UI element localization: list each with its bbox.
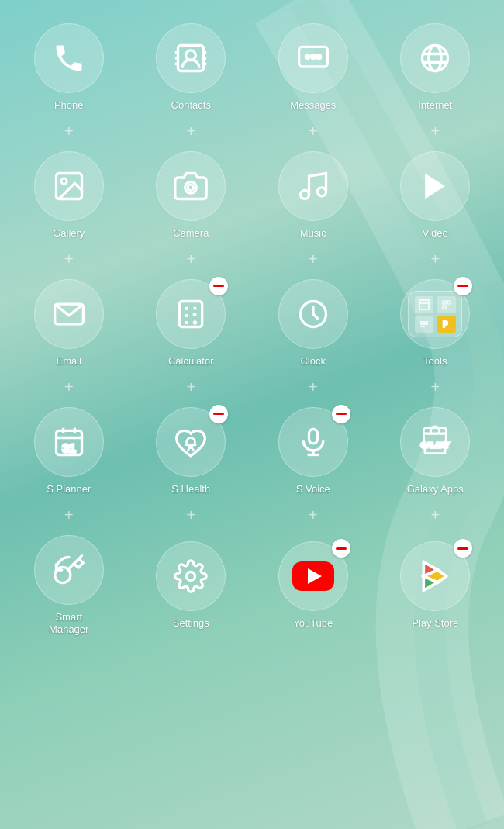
plus-14: +	[140, 506, 241, 524]
email-icon-circle	[34, 279, 104, 349]
calculator-label: Calculator	[168, 355, 214, 368]
row-2: Gallery Camera Music	[8, 143, 496, 248]
svoice-label: S Voice	[296, 483, 330, 496]
splanner-icon-circle: 31	[34, 407, 104, 477]
svg-point-10	[317, 55, 320, 58]
app-video[interactable]: Video	[385, 151, 485, 240]
smartmanager-label: Smart Manager	[49, 611, 88, 637]
plus-row-4: + + + +	[8, 504, 496, 527]
music-icon	[296, 169, 330, 203]
tools-folder-icon: P	[408, 291, 462, 337]
app-email[interactable]: Email	[19, 279, 119, 368]
svg-point-12	[429, 46, 442, 71]
music-label: Music	[300, 227, 326, 240]
folder-item-1	[415, 296, 433, 313]
playstore-label: Play Store	[412, 617, 458, 630]
app-phone[interactable]: Phone	[19, 23, 119, 112]
smartmanager-icon	[52, 553, 86, 587]
playstore-icon-circle	[400, 541, 470, 611]
camera-label: Camera	[173, 227, 209, 240]
plus-9: +	[19, 378, 119, 396]
gallery-icon-circle	[34, 151, 104, 221]
settings-label: Settings	[173, 617, 209, 630]
settings-icon-circle	[156, 541, 226, 611]
youtube-icon	[292, 561, 334, 591]
svg-point-9	[312, 55, 315, 58]
svg-point-18	[188, 185, 194, 190]
app-camera[interactable]: Camera	[140, 151, 241, 240]
plus-row-3: + + + +	[8, 376, 496, 399]
svg-line-34	[194, 321, 197, 324]
row-3: Email Calcu	[8, 271, 496, 376]
svg-text:GALAXY: GALAXY	[421, 441, 450, 449]
galaxyapps-label: Galaxy Apps	[407, 483, 464, 496]
plus-10: +	[140, 378, 241, 396]
tools-icon-circle: P	[400, 279, 470, 349]
plus-6: +	[140, 250, 241, 268]
video-icon-circle	[400, 151, 470, 221]
app-shealth[interactable]: S Health	[140, 407, 241, 496]
gallery-icon	[52, 169, 86, 203]
messages-icon	[296, 41, 330, 75]
svg-point-16	[61, 178, 67, 184]
app-settings[interactable]: Settings	[140, 541, 241, 630]
folder-item-2	[437, 296, 456, 313]
internet-icon-circle	[400, 23, 470, 93]
phone-icon-circle	[34, 23, 104, 93]
internet-icon	[418, 41, 452, 75]
app-messages[interactable]: Messages	[263, 23, 364, 112]
app-gallery[interactable]: Gallery	[19, 151, 119, 240]
app-music[interactable]: Music	[263, 151, 364, 240]
shealth-icon	[174, 425, 208, 459]
app-contacts[interactable]: Contacts	[140, 23, 241, 112]
app-clock[interactable]: Clock	[263, 279, 364, 368]
app-splanner[interactable]: 31 S Planner	[19, 407, 119, 496]
app-svoice[interactable]: S Voice	[263, 407, 364, 496]
svg-point-8	[306, 55, 309, 58]
svg-rect-49	[309, 429, 317, 443]
playstore-minus-badge[interactable]	[454, 539, 472, 558]
app-calculator[interactable]: Calculator	[140, 279, 241, 368]
clock-icon-circle	[278, 279, 348, 349]
app-galaxyapps[interactable]: GALAXY Galaxy Apps	[385, 407, 485, 496]
clock-icon	[296, 297, 330, 331]
phone-icon	[52, 41, 86, 75]
plus-2: +	[140, 123, 241, 140]
app-tools[interactable]: P Tools	[385, 279, 485, 368]
plus-7: +	[263, 250, 364, 268]
shealth-minus-badge[interactable]	[209, 405, 228, 423]
playstore-icon	[418, 559, 452, 593]
shealth-label: S Health	[171, 483, 210, 496]
app-smartmanager[interactable]: Smart Manager	[19, 535, 119, 637]
phone-label: Phone	[54, 99, 84, 112]
svg-point-20	[317, 188, 326, 196]
app-grid: Phone Contacts	[0, 0, 504, 660]
app-playstore[interactable]: Play Store	[385, 541, 485, 630]
app-youtube[interactable]: YouTube	[263, 541, 364, 630]
svoice-minus-badge[interactable]	[332, 405, 350, 423]
youtube-icon-circle	[278, 541, 348, 611]
svoice-icon	[296, 425, 330, 459]
app-internet[interactable]: Internet	[385, 23, 485, 112]
svg-point-17	[185, 181, 197, 193]
tools-minus-badge[interactable]	[454, 277, 472, 295]
svg-text:31: 31	[63, 442, 75, 454]
youtube-minus-badge[interactable]	[332, 539, 350, 558]
plus-13: +	[19, 506, 119, 524]
row-5: Smart Manager Settings YouTube	[8, 527, 496, 645]
clock-label: Clock	[300, 355, 326, 368]
galaxyapps-icon-circle: GALAXY	[400, 407, 470, 477]
row-4: 31 S Planner S Health	[8, 399, 496, 504]
plus-3: +	[263, 123, 364, 140]
plus-8: +	[385, 250, 485, 268]
video-label: Video	[423, 227, 448, 240]
svg-marker-21	[425, 173, 445, 199]
svoice-icon-circle	[278, 407, 348, 477]
svg-point-11	[423, 46, 448, 71]
galaxyapps-icon: GALAXY	[418, 425, 452, 459]
smartmanager-icon-circle	[34, 535, 104, 605]
calculator-minus-badge[interactable]	[209, 277, 228, 295]
contacts-label: Contacts	[171, 99, 211, 112]
shealth-icon-circle	[156, 407, 226, 477]
folder-item-4: P	[437, 316, 456, 333]
